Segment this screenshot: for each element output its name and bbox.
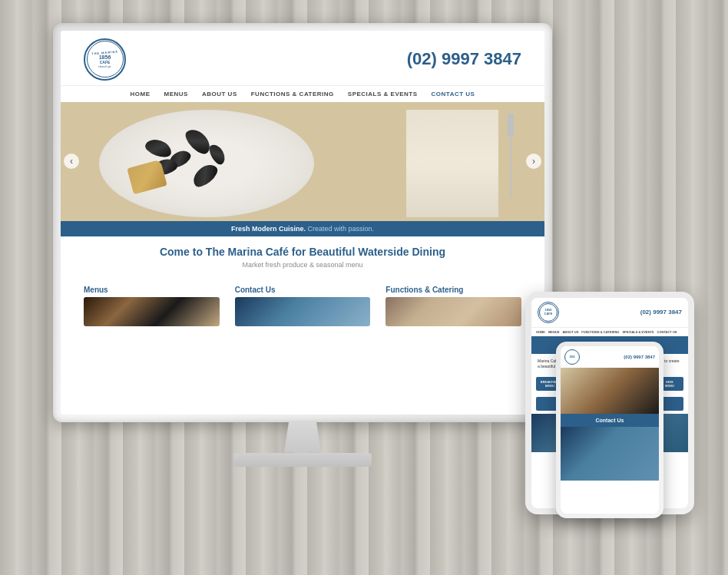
phone-header: 1856 (02) 9997 3847 bbox=[561, 346, 659, 368]
desktop-monitor: THE MARINA 1856 CAFE church pt. (02) 999… bbox=[41, 23, 564, 545]
banner-bold: Fresh Modern Cuisine. bbox=[231, 225, 306, 233]
phone-number: (02) 9997 3847 bbox=[624, 355, 655, 359]
feature-functions[interactable]: Functions & Catering bbox=[386, 286, 521, 326]
phone-screen: 1856 (02) 9997 3847 Contact Us bbox=[561, 346, 659, 514]
hero-banner: Fresh Modern Cuisine. Created with passi… bbox=[61, 221, 544, 236]
site-header: THE MARINA 1856 CAFE church pt. (02) 999… bbox=[61, 31, 544, 85]
feature-contact-label: Contact Us bbox=[235, 286, 371, 294]
tablet-logo: 1856CAFE bbox=[538, 302, 559, 323]
banner-sub: Created with passion. bbox=[307, 225, 374, 233]
tablet-phone: (02) 9997 3847 bbox=[640, 309, 682, 316]
phone-logo-text: 1856 bbox=[570, 355, 575, 359]
phone-contact-text: Contact Us bbox=[564, 418, 655, 423]
mussel-1 bbox=[144, 136, 174, 160]
phone-device: 1856 (02) 9997 3847 Contact Us bbox=[556, 342, 663, 518]
site-main: Come to The Marina Café for Beautiful Wa… bbox=[61, 236, 544, 278]
tablet-nav: HOME MENUS ABOUT US FUNCTIONS & CATERING… bbox=[531, 327, 688, 336]
nav-menus[interactable]: MENUS bbox=[164, 91, 188, 97]
phone-hero-image bbox=[561, 368, 659, 414]
monitor-neck bbox=[280, 422, 326, 453]
hero-prev-button[interactable]: ‹ bbox=[64, 154, 79, 169]
feature-menus[interactable]: Menus bbox=[84, 286, 220, 326]
feature-menus-label: Menus bbox=[84, 286, 220, 294]
tablecloth-area bbox=[406, 110, 498, 217]
hero-banner-text: Fresh Modern Cuisine. Created with passi… bbox=[76, 225, 529, 233]
hero-plate bbox=[99, 110, 314, 217]
monitor-base bbox=[233, 453, 372, 467]
food-items bbox=[122, 125, 291, 202]
phone-bottom-image bbox=[561, 427, 659, 481]
tablet-nav-menus[interactable]: MENUS bbox=[548, 330, 559, 334]
tablet-nav-specials[interactable]: SPECIALS & EVENTS bbox=[622, 330, 654, 334]
bread-slice bbox=[127, 159, 167, 193]
fork-handle bbox=[510, 137, 511, 198]
hero-image: ‹ › bbox=[61, 102, 544, 221]
site-nav: HOME MENUS ABOUT US FUNCTIONS & CATERING… bbox=[61, 85, 544, 102]
tablet-nav-about[interactable]: ABOUT US bbox=[562, 330, 578, 334]
nav-functions[interactable]: FUNCTIONS & CATERING bbox=[251, 91, 334, 97]
phone-logo: 1856 bbox=[564, 349, 580, 365]
fork-tines bbox=[508, 106, 514, 137]
phone-contact-banner: Contact Us bbox=[561, 414, 659, 427]
tablet-nav-home[interactable]: HOME bbox=[536, 330, 545, 334]
logo-year: 1856 bbox=[99, 55, 111, 60]
feature-functions-label: Functions & Catering bbox=[386, 286, 521, 294]
tablet-logo-inner: 1856CAFE bbox=[539, 303, 558, 322]
tablet-nav-functions[interactable]: FUNCTIONS & CATERING bbox=[581, 330, 619, 334]
monitor-screen: THE MARINA 1856 CAFE church pt. (02) 999… bbox=[61, 31, 544, 415]
site-title: Come to The Marina Café for Beautiful Wa… bbox=[84, 246, 521, 258]
hero-next-button[interactable]: › bbox=[526, 154, 541, 169]
site-subtitle: Market fresh produce & seasonal menu bbox=[84, 261, 521, 269]
logo-inner: THE MARINA 1856 CAFE church pt. bbox=[87, 41, 124, 78]
logo-marina-text: THE MARINA bbox=[91, 49, 118, 55]
tablet-logo-text: 1856CAFE bbox=[544, 309, 553, 316]
nav-about[interactable]: ABOUT US bbox=[202, 91, 237, 97]
logo-sub: church pt. bbox=[98, 64, 112, 68]
monitor-bezel: THE MARINA 1856 CAFE church pt. (02) 999… bbox=[53, 23, 552, 422]
mussel-6 bbox=[189, 160, 220, 190]
feature-menus-image bbox=[84, 297, 220, 326]
site-logo: THE MARINA 1856 CAFE church pt. bbox=[84, 38, 126, 81]
site-phone: (02) 9997 3847 bbox=[407, 49, 521, 69]
feature-functions-image bbox=[386, 297, 521, 326]
nav-contact[interactable]: CONTACT US bbox=[432, 91, 475, 97]
fork-icon bbox=[508, 106, 514, 198]
tablet-nav-contact[interactable]: CONTACT US bbox=[657, 330, 677, 334]
tablet-header: 1856CAFE (02) 9997 3847 bbox=[531, 298, 688, 327]
scene-container: THE MARINA 1856 CAFE church pt. (02) 999… bbox=[18, 15, 710, 560]
feature-contact[interactable]: Contact Us bbox=[235, 286, 371, 326]
feature-contact-image bbox=[235, 297, 371, 326]
features-row: Menus Contact Us Functions & Catering bbox=[61, 278, 544, 334]
nav-home[interactable]: HOME bbox=[131, 91, 151, 97]
tine-4 bbox=[512, 114, 514, 137]
mussel-5 bbox=[207, 141, 228, 166]
nav-specials[interactable]: SPECIALS & EVENTS bbox=[348, 91, 418, 97]
